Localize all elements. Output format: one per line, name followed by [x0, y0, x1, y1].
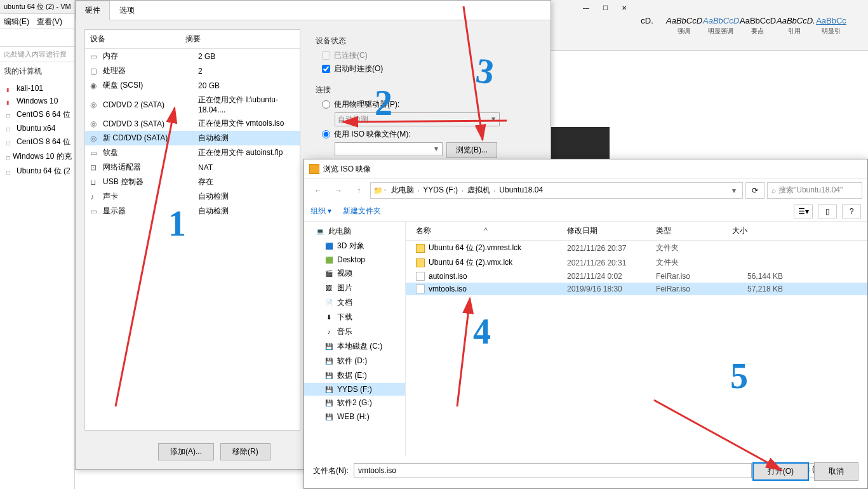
tree-item[interactable]: 💾数据 (E:) — [304, 368, 405, 383]
hw-header-summary: 摘要 — [185, 34, 295, 44]
breadcrumb[interactable]: 📁 › 此电脑›YYDS (F:)›虚拟机›Ubuntu18.04 ▾ — [370, 182, 743, 199]
style-强调[interactable]: AaBbCcD强调 — [665, 14, 702, 44]
filename-label: 文件名(N): — [313, 466, 349, 476]
browse-button[interactable]: 浏览(B)... — [446, 142, 497, 158]
use-iso-label: 使用 ISO 映像文件(M): — [334, 129, 411, 140]
tree-item[interactable]: 💾软件 (D:) — [304, 354, 405, 368]
use-iso-radio[interactable] — [322, 130, 330, 138]
hardware-row[interactable]: ◎CD/DVD 3 (SATA)正在使用文件 vmtools.iso — [85, 116, 300, 131]
connect-on-start-label: 启动时连接(O) — [334, 64, 383, 74]
menu-view[interactable]: 查看(V) — [37, 17, 62, 26]
tree-item[interactable]: ♪音乐 — [304, 325, 405, 339]
nav-back-button[interactable]: ← — [309, 182, 327, 199]
vm-item[interactable]: Windows 10 的克 — [0, 149, 74, 164]
file-dialog-title-bar: 浏览 ISO 映像 — [304, 159, 867, 178]
connect-on-start-checkbox[interactable] — [322, 65, 330, 73]
vmware-search-input[interactable]: 此处键入内容进行搜 — [0, 47, 74, 62]
tree-item[interactable]: 💾YYDS (F:) — [304, 383, 405, 396]
col-header-name[interactable]: 名称 ^ — [408, 225, 567, 236]
hardware-row[interactable]: ▭内存2 GB — [85, 49, 300, 64]
nav-forward-button: → — [330, 182, 347, 199]
file-open-dialog: 浏览 ISO 映像 ← → ↑ 📁 › 此电脑›YYDS (F:)›虚拟机›Ub… — [304, 159, 868, 489]
close-button[interactable]: ✕ — [615, 1, 633, 14]
annotation-5: 5 — [730, 356, 748, 396]
col-header-date[interactable]: 修改日期 — [567, 225, 656, 236]
view-mode-button[interactable]: ☰▾ — [794, 204, 813, 218]
hardware-row[interactable]: ▢处理器2 — [85, 64, 300, 78]
style-明显引[interactable]: AaBbCc明显引 — [813, 14, 850, 44]
hardware-row[interactable]: ◎CD/DVD 2 (SATA)正在使用文件 I:\ubuntu-18.04..… — [85, 93, 300, 116]
search-icon: ⌕ — [771, 186, 776, 195]
hardware-row[interactable]: ◉硬盘 (SCSI)20 GB — [85, 78, 300, 93]
file-row[interactable]: Ubuntu 64 位 (2).vmrest.lck2021/11/26 20:… — [406, 241, 867, 255]
tree-item[interactable]: 📄文档 — [304, 295, 405, 310]
remove-device-button[interactable]: 移除(R) — [220, 443, 270, 460]
style-item[interactable]: cD. — [629, 14, 665, 44]
file-dialog-icon — [309, 164, 319, 174]
cancel-button[interactable]: 取消 — [814, 462, 858, 481]
breadcrumb-item[interactable]: Ubuntu18.04 — [495, 184, 547, 196]
tree-item[interactable]: 💾本地磁盘 (C:) — [304, 339, 405, 354]
vm-list: kali-101Windows 10CentOS 6 64 位Ubuntu x6… — [0, 81, 74, 180]
vm-item[interactable]: CentOS 6 64 位 — [0, 107, 74, 122]
hardware-row[interactable]: ⊡网络适配器NAT — [85, 160, 300, 175]
new-folder-button[interactable]: 新建文件夹 — [343, 206, 381, 217]
vm-item[interactable]: Ubuntu 64 位 (2 — [0, 164, 74, 178]
hw-header-device: 设备 — [90, 34, 185, 44]
style-引用[interactable]: AaBbCcD.引用 — [776, 14, 813, 44]
menu-edit[interactable]: 编辑(E) — [4, 17, 29, 26]
tab-hardware[interactable]: 硬件 — [76, 1, 110, 20]
col-header-type[interactable]: 类型 — [656, 225, 732, 236]
file-row[interactable]: Ubuntu 64 位 (2).vmx.lck2021/11/26 20:31文… — [406, 255, 867, 270]
hardware-row[interactable]: ▭软盘正在使用文件 autoinst.flp — [85, 145, 300, 160]
hardware-row[interactable]: ◎新 CD/DVD (SATA)自动检测 — [85, 131, 300, 145]
breadcrumb-dropdown[interactable]: ▾ — [728, 186, 740, 195]
file-row[interactable]: autoinst.iso2021/11/24 0:02FeiRar.iso56,… — [406, 270, 867, 283]
col-header-size[interactable]: 大小 — [732, 225, 783, 236]
tree-item[interactable]: 💾软件2 (G:) — [304, 396, 405, 410]
preview-pane-button[interactable]: ▯ — [818, 204, 837, 218]
tree-item[interactable]: 🟦3D 对象 — [304, 239, 405, 253]
tree-item[interactable]: 💾WEB (H:) — [304, 410, 405, 423]
add-device-button[interactable]: 添加(A)... — [158, 443, 214, 460]
connected-label: 已连接(C) — [334, 50, 368, 61]
style-要点[interactable]: AaBbCcD要点 — [739, 14, 776, 44]
open-button[interactable]: 打开(O) — [752, 462, 809, 481]
vm-tree-header: 我的计算机 — [0, 62, 74, 81]
help-button[interactable]: ? — [842, 204, 861, 218]
hardware-row[interactable]: ♪声卡自动检测 — [85, 189, 300, 204]
vm-item[interactable]: kali-101 — [0, 82, 74, 95]
annotation-4: 4 — [473, 311, 491, 352]
organize-menu[interactable]: 组织 ▾ — [310, 206, 331, 217]
maximize-button[interactable]: ☐ — [596, 1, 614, 14]
file-row[interactable]: vmtools.iso2019/9/16 18:30FeiRar.iso57,2… — [406, 283, 867, 295]
tab-options[interactable]: 选项 — [110, 1, 144, 20]
physical-drive-dropdown: 自动检测 — [335, 112, 500, 126]
iso-path-dropdown[interactable] — [335, 142, 443, 156]
use-physical-radio[interactable] — [322, 100, 330, 109]
nav-up-button[interactable]: ↑ — [350, 182, 368, 199]
file-search-input[interactable]: ⌕ 搜索"Ubuntu18.04" — [767, 182, 862, 199]
tree-item[interactable]: 🎬视频 — [304, 266, 405, 281]
connected-checkbox — [322, 51, 330, 60]
breadcrumb-item[interactable]: 虚拟机 — [464, 184, 494, 196]
vm-item[interactable]: Ubuntu x64 — [0, 122, 74, 135]
hardware-row[interactable]: ⊔USB 控制器存在 — [85, 175, 300, 189]
vmware-window-title: ubuntu 64 位 (2) - VM — [0, 0, 74, 14]
tree-item[interactable]: 💻此电脑 — [304, 224, 405, 239]
folder-icon: 📁 — [373, 186, 383, 195]
hardware-list: 设备 摘要 ▭内存2 GB▢处理器2◉硬盘 (SCSI)20 GB◎CD/DVD… — [84, 29, 300, 431]
breadcrumb-item[interactable]: 此电脑 — [387, 184, 418, 196]
vm-item[interactable]: CentOS 8 64 位 — [0, 135, 74, 149]
filename-input[interactable] — [354, 463, 752, 478]
settings-tabs: 硬件 选项 — [76, 1, 551, 20]
minimize-button[interactable]: — — [577, 1, 595, 14]
vm-item[interactable]: Windows 10 — [0, 95, 74, 107]
tree-item[interactable]: 🖼图片 — [304, 281, 405, 295]
breadcrumb-item[interactable]: YYDS (F:) — [419, 184, 462, 196]
refresh-button[interactable]: ⟳ — [745, 182, 765, 199]
style-明显强调[interactable]: AaBbCcD.明显强调 — [702, 14, 739, 44]
tree-item[interactable]: ⬇下载 — [304, 310, 405, 325]
tree-item[interactable]: 🟩Desktop — [304, 253, 405, 266]
hardware-row[interactable]: ▭显示器自动检测 — [85, 204, 300, 218]
